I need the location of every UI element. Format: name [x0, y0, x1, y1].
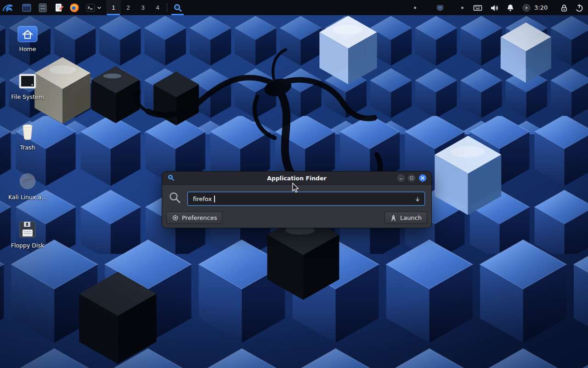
- launch-label: Launch: [400, 214, 422, 221]
- home-folder-icon: [6, 25, 50, 43]
- top-panel: 1 2 3 4 3:20: [0, 0, 588, 15]
- kali-menu-icon[interactable]: [1, 1, 14, 14]
- chevron-down-icon[interactable]: [96, 2, 102, 13]
- launch-icon: [390, 214, 397, 221]
- desktop-icon-label: Trash: [6, 144, 50, 151]
- volume-icon[interactable]: [490, 3, 499, 12]
- floppy-icon: [6, 219, 50, 240]
- taskbar-app-finder[interactable]: [170, 0, 185, 15]
- preferences-button[interactable]: Preferences: [166, 212, 222, 224]
- firefox-icon[interactable]: [69, 2, 80, 13]
- workspace-1-label: 1: [112, 4, 115, 11]
- desktop-icon-home[interactable]: Home: [6, 25, 50, 52]
- desktop-icon-label: Home: [6, 46, 50, 52]
- workspace-3-label: 3: [141, 4, 144, 11]
- lock-icon[interactable]: [560, 3, 569, 12]
- titlebar[interactable]: Application Finder: [162, 172, 431, 185]
- status-circle-icon[interactable]: [522, 3, 531, 12]
- terminal-icon[interactable]: [85, 2, 96, 13]
- panel-divider: [167, 3, 167, 12]
- desktop-icon-label: Kali Linux a...: [6, 194, 50, 201]
- app-finder-window-icon: [168, 174, 175, 183]
- workspace-2[interactable]: 2: [121, 0, 136, 15]
- active-workspace-indicator: [107, 14, 120, 15]
- clock[interactable]: 3:20: [534, 0, 548, 15]
- preferences-label: Preferences: [182, 214, 217, 221]
- launch-button[interactable]: Launch: [384, 212, 427, 224]
- drive-icon: [6, 73, 50, 91]
- desktop-icon-label: File System: [6, 94, 50, 100]
- search-input[interactable]: firefox: [187, 192, 425, 206]
- workspace-4[interactable]: 4: [150, 0, 165, 15]
- files-icon[interactable]: [37, 2, 48, 13]
- trash-bin-icon: [6, 121, 50, 142]
- desktop-icon-label: Floppy Disk: [6, 242, 50, 249]
- app-finder-task-icon: [173, 3, 182, 12]
- file-manager-icon[interactable]: [21, 2, 32, 13]
- search-input-value: firefox: [193, 196, 212, 202]
- workspace-switcher: 1 2 3 4: [106, 0, 165, 15]
- workspace-1[interactable]: 1: [106, 0, 121, 15]
- tray-dot-icon[interactable]: [414, 6, 416, 9]
- search-icon: [169, 191, 181, 206]
- window-title: Application Finder: [267, 175, 326, 182]
- text-caret: [214, 196, 215, 202]
- notifications-icon[interactable]: [506, 3, 515, 12]
- desktop-icon-kali-linux[interactable]: Kali Linux a...: [6, 171, 50, 201]
- maximize-button[interactable]: [408, 174, 415, 182]
- minimize-button[interactable]: [397, 174, 405, 182]
- desktop-icon-trash[interactable]: Trash: [6, 121, 50, 151]
- workspace-4-label: 4: [156, 4, 159, 11]
- tray-dot2-icon[interactable]: [461, 6, 464, 9]
- workspace-2-label: 2: [126, 4, 130, 11]
- workspace-3[interactable]: 3: [136, 0, 150, 15]
- kali-badge-icon: [6, 171, 50, 191]
- clock-label: 3:20: [534, 4, 548, 11]
- application-finder-window: Application Finder firefox Preferences: [162, 171, 432, 228]
- combo-arrow-icon[interactable]: [414, 196, 421, 204]
- keyboard-icon[interactable]: [473, 3, 482, 12]
- desktop-icon-floppy-disk[interactable]: Floppy Disk: [6, 219, 50, 249]
- desktop-icon-file-system[interactable]: File System: [6, 73, 50, 100]
- active-task-indicator: [171, 14, 184, 15]
- power-icon[interactable]: [575, 3, 584, 12]
- tray-display-icon[interactable]: [436, 4, 444, 12]
- gear-icon: [172, 214, 179, 221]
- close-icon[interactable]: [419, 174, 426, 182]
- text-editor-icon[interactable]: [53, 2, 64, 13]
